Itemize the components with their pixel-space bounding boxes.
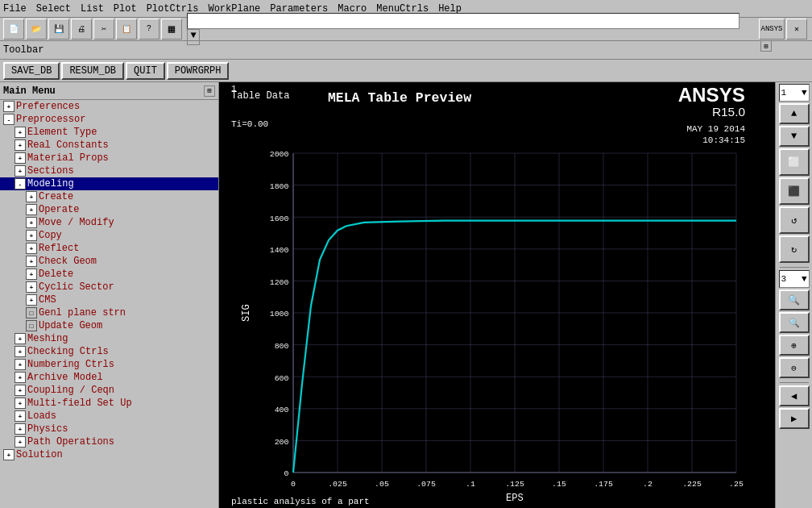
tree-item-move-modify[interactable]: +Move / Modify — [0, 216, 218, 229]
iso-view-button[interactable]: ⬜ — [779, 148, 810, 176]
tree-expand-preprocessor[interactable]: - — [3, 114, 14, 125]
tree-item-meshing[interactable]: +Meshing — [0, 332, 218, 345]
view-down-button[interactable]: ▼ — [779, 126, 810, 147]
zoom-reset-button[interactable]: ⊖ — [779, 357, 810, 378]
tree-expand-material-props[interactable]: + — [14, 152, 26, 164]
tree-label-element-type: Element Type — [27, 127, 97, 138]
toolbar-label: Toolbar — [3, 44, 44, 56]
tree-item-multi-field[interactable]: +Multi-field Set Up — [0, 397, 218, 410]
tree-expand-loads[interactable]: + — [14, 410, 26, 422]
tree-expand-copy[interactable]: + — [26, 230, 37, 241]
tree-label-numbering-ctrls: Numbering Ctrls — [27, 359, 114, 370]
tree-expand-meshing[interactable]: + — [14, 333, 26, 344]
exit-icon[interactable]: ✕ — [786, 19, 807, 40]
zoom-out-button[interactable]: 🔍 — [779, 312, 810, 333]
copy-icon[interactable]: 📋 — [116, 19, 137, 40]
resum-db-button[interactable]: RESUM_DB — [61, 62, 124, 80]
tree-item-check-geom[interactable]: +Check Geom — [0, 255, 218, 268]
svg-text:0: 0 — [284, 469, 289, 478]
tree-expand-operate[interactable]: + — [26, 204, 37, 215]
tree-area[interactable]: +Preferences-Preprocessor+Element Type+R… — [0, 100, 218, 508]
tree-expand-sections[interactable]: + — [14, 165, 26, 177]
pan-right-button[interactable]: ▶ — [779, 408, 810, 429]
menu-list[interactable]: List — [81, 3, 104, 15]
tree-item-preferences[interactable]: +Preferences — [0, 100, 218, 113]
quit-button[interactable]: QUIT — [126, 62, 165, 80]
tree-expand-check-geom[interactable]: + — [26, 256, 37, 267]
view-up-button[interactable]: ▲ — [779, 103, 810, 124]
tree-expand-physics[interactable]: + — [14, 423, 26, 435]
question-icon[interactable]: ? — [139, 19, 160, 40]
tree-expand-reflect[interactable]: + — [26, 243, 37, 254]
tree-item-archive-model[interactable]: +Archive Model — [0, 371, 218, 384]
tree-item-modeling[interactable]: -Modeling — [0, 177, 218, 190]
zoom-in-button[interactable]: 🔍 — [779, 289, 810, 310]
tree-item-copy[interactable]: +Copy — [0, 229, 218, 242]
tree-expand-update-geom[interactable]: □ — [26, 320, 37, 331]
tree-label-delete: Delete — [39, 269, 73, 280]
tree-expand-modeling[interactable]: - — [14, 178, 26, 189]
tree-expand-preferences[interactable]: + — [3, 101, 14, 112]
tree-item-genl-plane-strn[interactable]: □Genl plane strn — [0, 306, 218, 319]
tree-item-operate[interactable]: +Operate — [0, 203, 218, 216]
tree-item-loads[interactable]: +Loads — [0, 410, 218, 423]
tree-expand-multi-field[interactable]: + — [14, 398, 26, 409]
front-view-button[interactable]: ⬛ — [779, 177, 810, 205]
tree-label-real-constants: Real Constants — [27, 139, 109, 151]
grid-icon[interactable]: ▦ — [161, 19, 182, 40]
powrgrph-button[interactable]: POWRGRPH — [167, 62, 230, 80]
menu-file[interactable]: File — [3, 3, 27, 15]
tree-item-element-type[interactable]: +Element Type — [0, 126, 218, 139]
open-icon[interactable]: 📂 — [26, 19, 47, 40]
new-icon[interactable]: 📄 — [3, 19, 24, 40]
zoom-fit-button[interactable]: ⊕ — [779, 335, 810, 356]
save-icon[interactable]: 💾 — [48, 19, 69, 40]
tree-item-solution[interactable]: +Solution — [0, 448, 218, 461]
tree-expand-coupling-ceqn[interactable]: + — [14, 385, 26, 396]
view-dropdown-2[interactable]: 3 ▼ — [779, 270, 810, 288]
tree-expand-archive-model[interactable]: + — [14, 372, 26, 383]
tree-item-physics[interactable]: +Physics — [0, 423, 218, 435]
tree-item-update-geom[interactable]: □Update Geom — [0, 319, 218, 332]
tree-item-path-operations[interactable]: +Path Operations — [0, 435, 218, 448]
tree-expand-element-type[interactable]: + — [14, 127, 26, 138]
tree-item-sections[interactable]: +Sections — [0, 164, 218, 177]
collapse-icon[interactable]: ⊞ — [760, 40, 772, 52]
tree-item-numbering-ctrls[interactable]: +Numbering Ctrls — [0, 358, 218, 371]
tree-item-coupling-ceqn[interactable]: +Coupling / Ceqn — [0, 384, 218, 397]
tree-expand-delete[interactable]: + — [26, 269, 37, 280]
tree-expand-cms[interactable]: + — [26, 294, 37, 306]
tree-item-create[interactable]: +Create — [0, 190, 218, 203]
tree-item-real-constants[interactable]: +Real Constants — [0, 139, 218, 152]
tree-expand-create[interactable]: + — [26, 191, 37, 202]
tree-item-cyclic-sector[interactable]: +Cyclic Sector — [0, 281, 218, 294]
tree-item-preprocessor[interactable]: -Preprocessor — [0, 113, 218, 126]
tree-expand-checking-ctrls[interactable]: + — [14, 346, 26, 357]
tree-item-reflect[interactable]: +Reflect — [0, 242, 218, 255]
tree-item-material-props[interactable]: +Material Props — [0, 152, 218, 164]
tree-expand-genl-plane-strn[interactable]: □ — [26, 307, 37, 319]
tree-expand-numbering-ctrls[interactable]: + — [14, 359, 26, 370]
save-db-button[interactable]: SAVE_DB — [3, 62, 60, 80]
view-dropdown-1[interactable]: 1 ▼ — [779, 84, 810, 102]
tree-expand-move-modify[interactable]: + — [26, 217, 37, 228]
toolbar-input[interactable] — [187, 13, 740, 29]
tree-item-cms[interactable]: +CMS — [0, 294, 218, 306]
tree-item-delete[interactable]: +Delete — [0, 268, 218, 281]
rotate-y-button[interactable]: ↻ — [779, 235, 810, 263]
scissors-icon[interactable]: ✂ — [93, 19, 114, 40]
rotate-x-button[interactable]: ↺ — [779, 206, 810, 234]
tree-expand-solution[interactable]: + — [3, 449, 14, 460]
menu-collapse-icon[interactable]: ⊞ — [204, 85, 215, 97]
print-icon[interactable]: 🖨 — [71, 19, 92, 40]
tree-expand-cyclic-sector[interactable]: + — [26, 281, 37, 293]
ansys-icon[interactable]: ANSYS — [759, 19, 785, 40]
menu-plot[interactable]: Plot — [114, 3, 137, 15]
tree-item-checking-ctrls[interactable]: +Checking Ctrls — [0, 345, 218, 358]
chart-svg: Table Data MELA Table Preview ANSYS R15.… — [219, 82, 775, 508]
tree-expand-real-constants[interactable]: + — [14, 139, 26, 151]
tree-expand-path-operations[interactable]: + — [14, 436, 26, 448]
menu-select[interactable]: Select — [36, 3, 71, 15]
pan-left-button[interactable]: ◀ — [779, 385, 810, 406]
toolbar-buttons-row: SAVE_DB RESUM_DB QUIT POWRGRPH — [0, 60, 812, 82]
